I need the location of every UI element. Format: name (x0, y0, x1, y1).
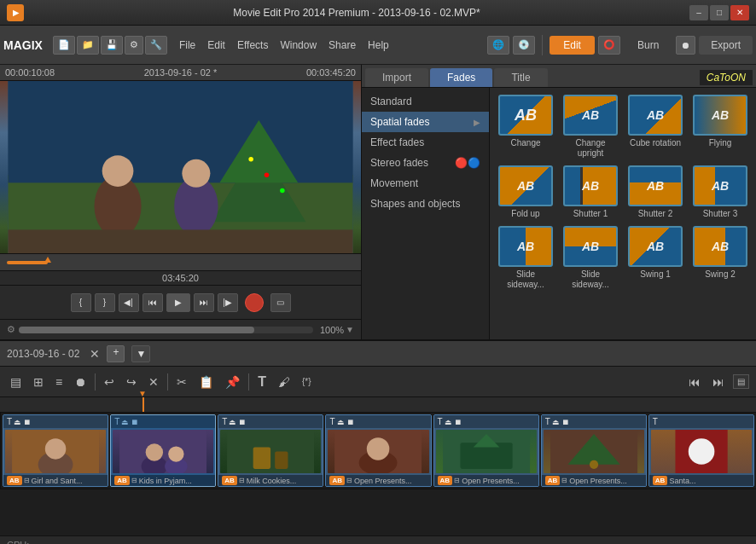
cd-button[interactable]: 💿 (513, 36, 535, 55)
effect-slide2[interactable]: AB Slide sideway... (561, 226, 619, 290)
scrollbar-thumb[interactable] (19, 327, 254, 333)
tl-track-count[interactable]: ▤ (733, 374, 749, 389)
effect-thumb-change: AB (498, 95, 553, 136)
timeline-menu-button[interactable]: ▼ (131, 345, 150, 362)
next-clip-button[interactable]: ⏭ (194, 293, 214, 312)
effect-fold[interactable]: AB Fold up (497, 165, 555, 219)
clip-girl[interactable]: T ⏏ ⏹ AB ⊟ (3, 414, 108, 487)
sidebar-item-stereo[interactable]: Stereo fades 🔴🔵 (362, 153, 489, 173)
svg-point-6 (265, 172, 270, 177)
tl-cut-button[interactable]: ✂ (173, 373, 190, 391)
export-icon[interactable]: ⏺ (676, 36, 695, 55)
close-button[interactable]: ✕ (730, 5, 749, 20)
preview-timeline-bar (0, 253, 361, 270)
menu-window[interactable]: Window (275, 38, 322, 53)
effect-swing1[interactable]: AB Swing 1 (626, 226, 684, 290)
effect-flying[interactable]: AB Flying (691, 95, 749, 159)
preview-scrollbar[interactable]: ⚙ 100% ▼ (0, 319, 361, 339)
sidebar-item-effect[interactable]: Effect fades (362, 132, 489, 153)
scrollbar-track[interactable] (19, 327, 313, 333)
menu-help[interactable]: Help (363, 38, 394, 53)
clip-open1[interactable]: T ⏏ ⏹ AB ⊟ (325, 414, 431, 487)
current-time: 03:45:20 (0, 270, 361, 285)
tab-title[interactable]: Title (494, 68, 547, 87)
tl-text-button[interactable]: T (254, 373, 270, 391)
clip-header-3: T ⏏ ⏹ (218, 415, 323, 428)
tl-view2-button[interactable]: ⊞ (30, 373, 47, 391)
preview-time-right: 00:03:45:20 (306, 67, 356, 78)
effect-swing2[interactable]: AB Swing 2 (691, 226, 749, 290)
menu-file[interactable]: File (174, 38, 201, 53)
tl-paste-button[interactable]: 📌 (222, 373, 243, 391)
tl-view3-button[interactable]: ≡ (52, 373, 66, 391)
clip-kids[interactable]: T ⏏ ⏹ (110, 414, 216, 487)
tl-redo-button[interactable]: ↪ (123, 373, 140, 391)
clip-open3[interactable]: T ⏏ ⏹ AB ⊟ (541, 414, 647, 487)
prev-frame-button[interactable]: ◀| (119, 293, 139, 312)
timeline-tracks[interactable]: T ⏏ ⏹ AB ⊟ (0, 413, 756, 535)
effect-slide1[interactable]: AB Slide sideway... (497, 226, 555, 290)
prev-clip-button[interactable]: ⏮ (142, 293, 163, 312)
tools-button[interactable]: 🔧 (145, 36, 167, 55)
tl-next-button[interactable]: ⏭ (709, 373, 728, 391)
effect-shutter1[interactable]: AB Shutter 1 (561, 165, 619, 219)
tl-view4-button[interactable]: ⏺ (71, 373, 90, 391)
mark-in-button[interactable]: { (71, 293, 91, 312)
tl-color-button[interactable]: 🖌 (275, 373, 294, 391)
tl-delete-button[interactable]: ✕ (145, 373, 162, 391)
clip-thumb-5 (436, 430, 537, 473)
menu-items: File Edit Effects Window Share Help (174, 38, 394, 53)
clip-open2[interactable]: T ⏏ ⏹ AB ⊟ (433, 414, 539, 487)
effect-shutter2[interactable]: AB Shutter 2 (626, 165, 684, 219)
tl-fx-button[interactable]: {*} (299, 375, 315, 388)
tl-prev-button[interactable]: ⏮ (685, 373, 704, 391)
track-content: T ⏏ ⏹ AB ⊟ (1, 413, 756, 489)
svg-rect-14 (7, 261, 48, 264)
menu-effects[interactable]: Effects (232, 38, 273, 53)
zoom-arrow[interactable]: ▼ (346, 325, 354, 334)
effect-change[interactable]: AB Change (497, 95, 555, 159)
tab-export[interactable]: Export (699, 36, 753, 55)
timeline-add-button[interactable]: + (107, 345, 125, 362)
next-frame-button[interactable]: |▶ (218, 293, 238, 312)
effect-thumb-shutter3: AB (693, 165, 747, 206)
menu-edit[interactable]: Edit (202, 38, 230, 53)
menu-share[interactable]: Share (323, 38, 361, 53)
clip-thumb-3 (220, 430, 321, 473)
maximize-button[interactable]: □ (710, 5, 729, 20)
tl-view1-button[interactable]: ▤ (7, 373, 25, 391)
save-button[interactable]: 💾 (101, 36, 123, 55)
play-button[interactable]: ▶ (166, 293, 190, 312)
clip-label-3: Milk Cookies... (247, 477, 297, 485)
sidebar-item-movement[interactable]: Movement (362, 173, 489, 194)
effect-cube[interactable]: AB Cube rotation (626, 95, 684, 159)
sidebar-item-shapes[interactable]: Shapes and objects (362, 194, 489, 214)
arrow-icon: ▶ (474, 118, 480, 127)
tl-copy-button[interactable]: 📋 (195, 373, 217, 391)
tab-import[interactable]: Import (365, 68, 428, 87)
minimize-button[interactable]: – (689, 5, 708, 20)
svg-point-9 (102, 155, 134, 187)
effect-shutter3[interactable]: AB Shutter 3 (691, 165, 749, 219)
effect-label-upright: Change upright (561, 138, 619, 159)
sidebar-item-standard[interactable]: Standard (362, 91, 489, 112)
mark-out-button[interactable]: } (95, 293, 115, 312)
effect-label-slide2: Slide sideway... (561, 269, 619, 290)
tab-fades[interactable]: Fades (430, 68, 492, 87)
record-button[interactable] (245, 293, 264, 312)
online-button[interactable]: 🌐 (487, 36, 509, 55)
new-button[interactable]: 📄 (53, 36, 75, 55)
clip-milk[interactable]: T ⏏ ⏹ AB ⊟ (218, 414, 323, 487)
open-button[interactable]: 📁 (77, 36, 99, 55)
sidebar-item-spatial[interactable]: Spatial fades ▶ (362, 112, 489, 132)
clip-footer-1: AB ⊟ Girl and Sant... (3, 475, 108, 486)
effect-change-upright[interactable]: AB Change upright (561, 95, 619, 159)
settings-button[interactable]: ⚙ (125, 36, 143, 55)
clip-santa[interactable]: T AB Santa... (648, 414, 754, 487)
tab-edit[interactable]: Edit (550, 36, 595, 55)
timeline-close-button[interactable]: ✕ (90, 347, 100, 361)
burn-circle[interactable]: ⭕ (598, 36, 620, 55)
tab-burn[interactable]: Burn (624, 36, 672, 55)
extra-button[interactable]: ▭ (270, 293, 291, 312)
tl-undo-button[interactable]: ↩ (101, 373, 118, 391)
